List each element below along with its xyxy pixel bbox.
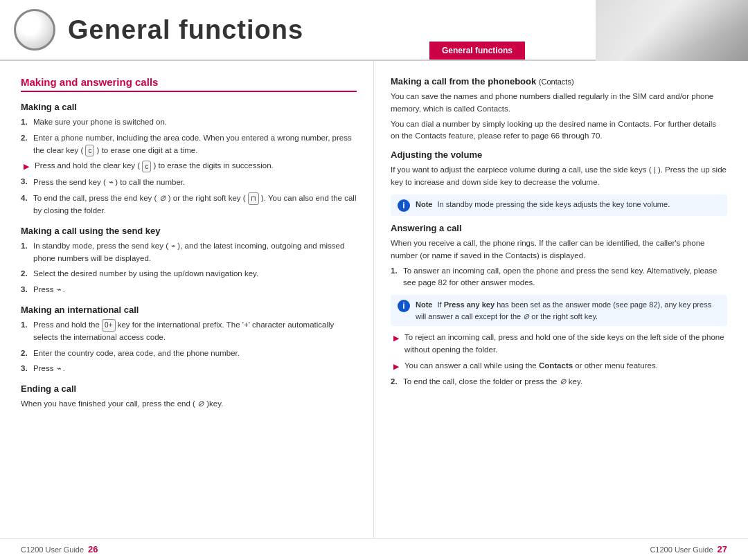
subsection-title-send-key: Making a call using the send key bbox=[21, 226, 357, 236]
list-item: 2. Enter a phone number, including the a… bbox=[21, 132, 357, 157]
answering-list-2: ▶ To reject an incoming call, press and … bbox=[391, 332, 727, 388]
subsection-title-international: Making an international call bbox=[21, 305, 357, 315]
note-box-volume: i Note In standby mode pressing the side… bbox=[391, 195, 727, 216]
list-item: ▶ You can answer a call while using the … bbox=[391, 360, 727, 372]
phonebook-para-1: You can save the names and phone numbers… bbox=[391, 91, 727, 116]
list-item: ▶ To reject an incoming call, press and … bbox=[391, 332, 727, 356]
making-call-list: 1. Make sure your phone is switched on. … bbox=[21, 116, 357, 217]
subsection-title-answering: Answering a call bbox=[391, 223, 727, 233]
footer-left-brand: C1200 User Guide bbox=[21, 545, 84, 554]
page-title: General functions bbox=[68, 15, 303, 45]
list-item: 1. To answer an incoming call, open the … bbox=[391, 265, 727, 290]
phonebook-section: Making a call from the phonebook (Contac… bbox=[391, 76, 727, 143]
footer-right-page: 27 bbox=[718, 544, 727, 554]
clear-key-icon: c bbox=[142, 161, 151, 173]
page-header: General functions General functions bbox=[0, 0, 748, 61]
phone-image bbox=[596, 0, 748, 61]
footer-left: C1200 User Guide 26 bbox=[0, 544, 374, 554]
note-icon-answer: i bbox=[398, 300, 410, 312]
volume-para: If you want to adjust the earpiece volum… bbox=[391, 164, 727, 189]
footer-right-brand: C1200 User Guide bbox=[650, 545, 713, 554]
right-column: Making a call from the phonebook (Contac… bbox=[374, 61, 748, 538]
page-footer: C1200 User Guide 26 C1200 User Guide 27 bbox=[0, 538, 748, 560]
list-item: 3. Press ⌁ . bbox=[21, 284, 357, 296]
list-item: 1. In standby mode, press the send key (… bbox=[21, 240, 357, 265]
section-tab: General functions bbox=[429, 42, 525, 60]
header-right: General functions bbox=[429, 0, 748, 60]
list-item: 3. Press the send key ( ⌁ ) to call the … bbox=[21, 176, 357, 189]
list-item: 2. Enter the country code, area code, an… bbox=[21, 347, 357, 360]
section-title-making-calls: Making and answering calls bbox=[21, 76, 357, 92]
zero-key: 0+ bbox=[102, 319, 115, 332]
left-column: Making and answering calls Making a call… bbox=[0, 61, 374, 538]
note-box-answer: i Note If Press any key has been set as … bbox=[391, 295, 727, 326]
phonebook-para-2: You can dial a number by simply looking … bbox=[391, 118, 727, 143]
clear-key-icon: c bbox=[85, 145, 94, 157]
footer-left-page: 26 bbox=[88, 544, 98, 554]
list-item: 1. Make sure your phone is switched on. bbox=[21, 116, 357, 129]
list-item: ▶ Press and hold the clear key ( c ) to … bbox=[21, 160, 357, 172]
subsection-title-volume: Adjusting the volume bbox=[391, 150, 727, 160]
list-item: 4. To end the call, press the end key ( … bbox=[21, 192, 357, 217]
subsection-title-making-call: Making a call bbox=[21, 102, 357, 112]
send-key-list: 1. In standby mode, press the send key (… bbox=[21, 240, 357, 296]
soft-key-icon: ⊓ bbox=[248, 192, 259, 205]
list-item: 2. Select the desired number by using th… bbox=[21, 268, 357, 280]
footer-right: C1200 User Guide 27 bbox=[374, 544, 748, 554]
list-item: 1. Press and hold the 0+ key for the int… bbox=[21, 319, 357, 344]
subsection-title-phonebook: Making a call from the phonebook (Contac… bbox=[391, 76, 727, 87]
answering-section: Answering a call When you receive a call… bbox=[391, 223, 727, 388]
volume-section: Adjusting the volume If you want to adju… bbox=[391, 150, 727, 216]
note-icon: i bbox=[398, 199, 410, 212]
list-item: 3. Press ⌁ . bbox=[21, 363, 357, 375]
international-list: 1. Press and hold the 0+ key for the int… bbox=[21, 319, 357, 375]
answering-list: 1. To answer an incoming call, open the … bbox=[391, 265, 727, 290]
main-content: Making and answering calls Making a call… bbox=[0, 61, 748, 538]
list-item: 2. To end the call, close the folder or … bbox=[391, 376, 727, 388]
subsection-title-ending: Ending a call bbox=[21, 383, 357, 394]
ending-call-text: When you have finished your call, press … bbox=[21, 398, 357, 410]
logo-circle bbox=[14, 9, 55, 51]
answering-para: When you receive a call, the phone rings… bbox=[391, 237, 727, 262]
